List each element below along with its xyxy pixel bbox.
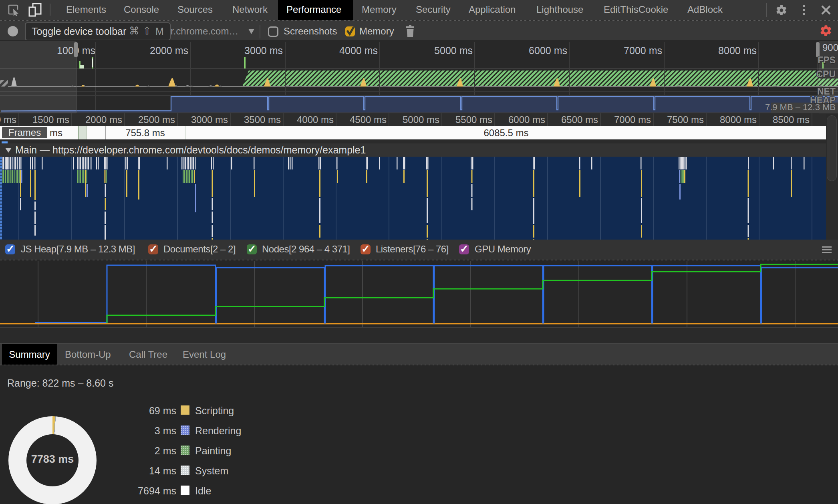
svg-text:7000 ms: 7000 ms — [614, 114, 651, 125]
svg-text:FPS: FPS — [818, 55, 836, 65]
svg-text:6000 ms: 6000 ms — [508, 114, 545, 125]
svg-text:7500 ms: 7500 ms — [667, 114, 704, 125]
svg-text:6000 ms: 6000 ms — [529, 45, 567, 56]
svg-text:8500 ms: 8500 ms — [773, 114, 810, 125]
svg-text:5500 ms: 5500 ms — [455, 114, 492, 125]
svg-text:CPU: CPU — [816, 69, 836, 79]
svg-text:4500 ms: 4500 ms — [350, 114, 387, 125]
svg-text:3000 ms: 3000 ms — [191, 114, 228, 125]
svg-text:4000 ms: 4000 ms — [339, 45, 378, 56]
svg-text:2000 ms: 2000 ms — [85, 114, 122, 125]
svg-text:4000 ms: 4000 ms — [297, 114, 334, 125]
svg-text:HEAP: HEAP — [810, 95, 836, 105]
svg-text:2000 ms: 2000 ms — [150, 45, 188, 56]
svg-text:8000 ms: 8000 ms — [720, 114, 757, 125]
svg-text:1500 ms: 1500 ms — [32, 114, 69, 125]
svg-text:3500 ms: 3500 ms — [244, 114, 281, 125]
svg-text:2500 ms: 2500 ms — [138, 114, 175, 125]
svg-text:5000 ms: 5000 ms — [403, 114, 439, 125]
svg-text:8000 ms: 8000 ms — [718, 45, 757, 56]
svg-text:5000 ms: 5000 ms — [434, 45, 473, 56]
svg-text:3000 ms: 3000 ms — [244, 45, 283, 56]
svg-text:6500 ms: 6500 ms — [561, 114, 598, 125]
svg-text:1000 ms: 1000 ms — [0, 114, 16, 125]
svg-text:7000 ms: 7000 ms — [624, 45, 662, 56]
